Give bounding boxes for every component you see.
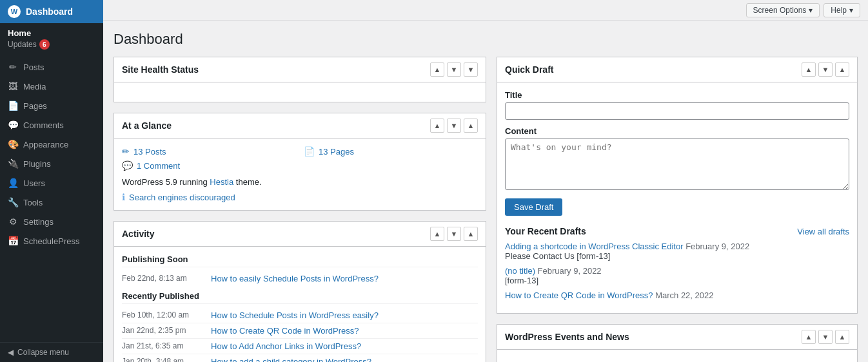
sidebar-item-comments[interactable]: 💬 Comments xyxy=(0,115,103,135)
posts-icon: ✏ xyxy=(8,62,18,72)
sidebar-logo[interactable]: W Dashboard xyxy=(0,0,103,23)
glance-posts-count: 13 Posts xyxy=(133,147,166,157)
at-a-glance-up-button[interactable]: ▲ xyxy=(430,119,444,133)
sidebar-home-label[interactable]: Home xyxy=(8,28,95,38)
publishing-soon-section: Publishing Soon Feb 22nd, 8:13 am How to… xyxy=(122,254,478,286)
sidebar-item-schedulepress[interactable]: 📅 SchedulePress xyxy=(0,231,103,251)
site-health-controls: ▲ ▼ ▼ xyxy=(430,62,478,77)
activity-post-link[interactable]: How to add a child category in WordPress… xyxy=(211,357,371,362)
content-area: Dashboard Site Health Status ▲ ▼ ▼ xyxy=(103,21,868,362)
title-input[interactable] xyxy=(505,102,849,120)
at-a-glance-grid: ✏ 13 Posts 📄 13 Pages 💬 1 Comment xyxy=(122,146,478,171)
sidebar-item-tools-label: Tools xyxy=(23,198,43,207)
quick-draft-toggle-button[interactable]: ▲ xyxy=(835,62,849,77)
comments-icon: 💬 xyxy=(8,120,18,130)
help-button[interactable]: Help ▾ xyxy=(824,3,860,17)
site-health-toggle-button[interactable]: ▼ xyxy=(464,62,478,77)
sidebar-item-posts[interactable]: ✏ Posts xyxy=(0,57,103,77)
sidebar-item-pages[interactable]: 📄 Pages xyxy=(0,96,103,115)
quick-draft-controls: ▲ ▼ ▲ xyxy=(802,62,849,77)
glance-pages-item[interactable]: 📄 13 Pages xyxy=(304,146,478,157)
activity-content: Publishing Soon Feb 22nd, 8:13 am How to… xyxy=(114,247,486,362)
page-title: Dashboard xyxy=(113,31,858,48)
sidebar-item-plugins[interactable]: 🔌 Plugins xyxy=(0,154,103,173)
sidebar-item-plugins-label: Plugins xyxy=(23,159,51,169)
screen-options-button[interactable]: Screen Options ▾ xyxy=(746,3,820,17)
search-discouraged-link[interactable]: Search engines discouraged xyxy=(129,193,235,202)
activity-header: Activity ▲ ▼ ▲ xyxy=(114,222,486,247)
left-column: Site Health Status ▲ ▼ ▼ At a Glance xyxy=(113,57,486,362)
activity-toggle-button[interactable]: ▲ xyxy=(464,227,478,241)
activity-post-link[interactable]: How to Schedule Posts in WordPress easil… xyxy=(211,310,379,320)
site-health-collapse-down-button[interactable]: ▼ xyxy=(447,62,461,77)
recent-drafts-section: Your Recent Drafts View all drafts Addin… xyxy=(505,226,849,300)
draft-subtitle: Please Contact Us [form-13] xyxy=(505,251,849,261)
activity-row: Jan 22nd, 2:35 pm How to Create QR Code … xyxy=(122,323,478,339)
right-column: Quick Draft ▲ ▼ ▲ Title Cont xyxy=(497,57,858,362)
quick-draft-content: Title Content Save Draft Your Recent Dra… xyxy=(497,82,857,313)
activity-post-link[interactable]: How to easily Schedule Posts in WordPres… xyxy=(211,274,379,283)
sidebar-item-tools[interactable]: 🔧 Tools xyxy=(0,193,103,212)
sidebar-updates-label: Updates xyxy=(8,40,37,49)
view-all-drafts-link[interactable]: View all drafts xyxy=(797,227,849,236)
activity-post-link[interactable]: How to Add Anchor Links in WordPress? xyxy=(211,341,361,351)
sidebar-item-appearance[interactable]: 🎨 Appearance xyxy=(0,135,103,154)
glance-posts-item[interactable]: ✏ 13 Posts xyxy=(122,146,296,157)
save-draft-button[interactable]: Save Draft xyxy=(505,198,562,216)
topbar: Screen Options ▾ Help ▾ xyxy=(103,0,868,21)
activity-title: Activity xyxy=(122,229,430,239)
activity-date: Jan 20th, 3:48 am xyxy=(122,357,206,362)
appearance-icon: 🎨 xyxy=(8,139,18,149)
wp-events-up-button[interactable]: ▲ xyxy=(802,330,816,344)
at-a-glance-header: At a Glance ▲ ▼ ▲ xyxy=(114,113,486,138)
draft-link[interactable]: How to Create QR Code in WordPress? xyxy=(505,291,653,300)
quick-draft-panel: Quick Draft ▲ ▼ ▲ Title Cont xyxy=(497,57,858,314)
sidebar-updates-item[interactable]: Updates 6 xyxy=(8,39,50,50)
help-label: Help xyxy=(831,6,847,15)
draft-link[interactable]: (no title) xyxy=(505,266,535,276)
site-health-collapse-up-button[interactable]: ▲ xyxy=(430,62,444,77)
info-icon: ℹ xyxy=(122,192,125,202)
quick-draft-up-button[interactable]: ▲ xyxy=(802,62,816,77)
activity-row: Jan 20th, 3:48 am How to add a child cat… xyxy=(122,354,478,362)
pages-icon: 📄 xyxy=(8,100,18,111)
draft-item: How to Create QR Code in WordPress? Marc… xyxy=(505,291,849,300)
at-a-glance-toggle-button[interactable]: ▲ xyxy=(464,119,478,133)
recently-published-heading: Recently Published xyxy=(122,291,478,304)
at-a-glance-down-button[interactable]: ▼ xyxy=(447,119,461,133)
sidebar-item-appearance-label: Appearance xyxy=(23,140,68,149)
wp-events-toggle-button[interactable]: ▲ xyxy=(835,330,849,344)
sidebar-item-media-label: Media xyxy=(23,82,46,91)
activity-up-button[interactable]: ▲ xyxy=(430,227,444,241)
title-label: Title xyxy=(505,90,849,100)
glance-comments-item[interactable]: 💬 1 Comment xyxy=(122,160,296,171)
activity-down-button[interactable]: ▼ xyxy=(447,227,461,241)
at-a-glance-content: ✏ 13 Posts 📄 13 Pages 💬 1 Comment xyxy=(114,138,486,210)
sidebar-item-users[interactable]: 👤 Users xyxy=(0,173,103,193)
wp-events-content xyxy=(497,350,857,362)
wp-events-controls: ▲ ▼ ▲ xyxy=(802,330,849,344)
wp-events-down-button[interactable]: ▼ xyxy=(818,330,833,344)
theme-link[interactable]: Hestia xyxy=(210,177,233,187)
activity-post-link[interactable]: How to Create QR Code in WordPress? xyxy=(211,326,359,336)
content-textarea[interactable] xyxy=(505,138,849,190)
sidebar-app-name: Dashboard xyxy=(26,6,73,17)
recently-published-section: Recently Published Feb 10th, 12:00 am Ho… xyxy=(122,291,478,362)
sidebar-item-settings-label: Settings xyxy=(23,217,54,227)
glance-comments-count: 1 Comment xyxy=(137,161,180,171)
draft-link[interactable]: Adding a shortcode in WordPress Classic … xyxy=(505,242,684,251)
title-field: Title xyxy=(505,90,849,120)
content-field: Content xyxy=(505,126,849,192)
activity-row: Feb 10th, 12:00 am How to Schedule Posts… xyxy=(122,308,478,323)
site-health-header: Site Health Status ▲ ▼ ▼ xyxy=(114,57,486,82)
sidebar-item-media[interactable]: 🖼 Media xyxy=(0,77,103,96)
search-discouraged-notice: ℹ Search engines discouraged xyxy=(122,192,478,202)
quick-draft-down-button[interactable]: ▼ xyxy=(818,62,833,77)
collapse-menu-button[interactable]: ◀ Collapse menu xyxy=(0,342,103,362)
pages-glance-icon: 📄 xyxy=(304,146,315,157)
wp-logo-icon: W xyxy=(8,5,21,18)
activity-panel: Activity ▲ ▼ ▲ Publishing Soon Feb 22nd,… xyxy=(113,221,486,362)
content-label: Content xyxy=(505,126,849,136)
glance-pages-count: 13 Pages xyxy=(319,147,354,157)
sidebar-item-settings[interactable]: ⚙ Settings xyxy=(0,212,103,231)
